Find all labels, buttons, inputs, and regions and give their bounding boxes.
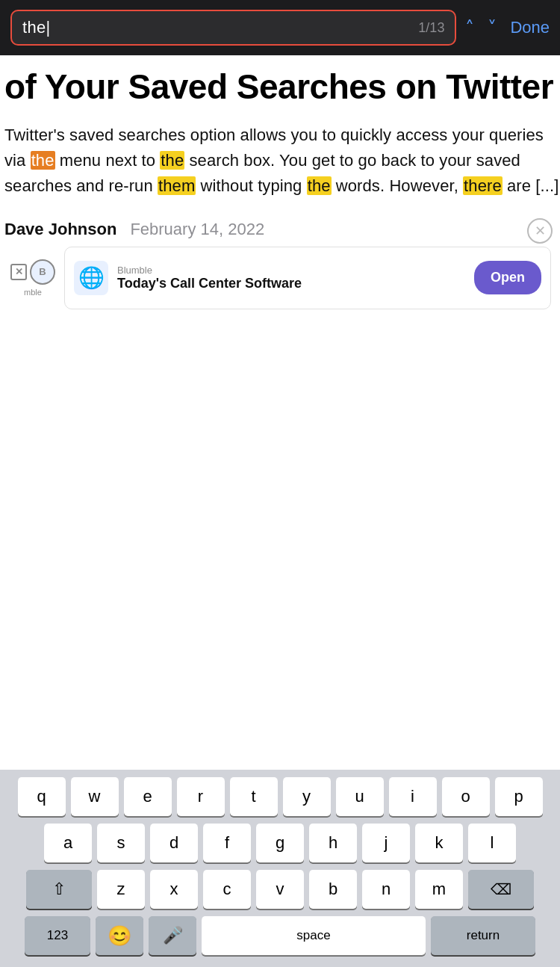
highlight-5: there — [463, 176, 503, 195]
key-y[interactable]: y — [283, 777, 331, 816]
ad-text-block: Blumble Today's Call Center Software — [117, 265, 465, 292]
ad-container: ✕ B mble 🌐 Blumble Today's Call Center S… — [4, 247, 556, 309]
key-j[interactable]: j — [362, 824, 410, 862]
keyboard: q w e r t y u i o p a s d f g h j k l ⇧ … — [0, 770, 560, 967]
return-key[interactable]: return — [431, 916, 535, 955]
author-name: Dave Johnson — [4, 220, 116, 239]
key-f[interactable]: f — [203, 824, 251, 862]
key-u[interactable]: u — [336, 777, 384, 816]
key-w[interactable]: w — [71, 777, 119, 816]
key-v[interactable]: v — [256, 870, 304, 909]
keyboard-row-4: 123 😊 🎤 space return — [3, 916, 557, 955]
ad-title: Today's Call Center Software — [117, 276, 465, 292]
key-o[interactable]: o — [442, 777, 490, 816]
search-input[interactable]: the| — [22, 18, 51, 37]
mic-key[interactable]: 🎤 — [149, 916, 196, 955]
search-counter: 1/13 — [418, 20, 444, 36]
highlight-3: them — [158, 176, 196, 195]
ad-blumble-icon: B — [30, 259, 55, 285]
ad-label: Blumble — [117, 265, 465, 276]
ad-x-icon: ✕ — [10, 264, 27, 280]
key-p[interactable]: p — [495, 777, 543, 816]
key-e[interactable]: e — [124, 777, 172, 816]
keyboard-row-2: a s d f g h j k l — [3, 824, 557, 862]
emoji-key[interactable]: 😊 — [96, 916, 143, 955]
article-area: of Your Saved Searches on Twitter Twitte… — [0, 55, 560, 209]
prev-result-button[interactable]: ˄ — [465, 17, 474, 38]
key-c[interactable]: c — [203, 870, 251, 909]
author-date: February 14, 2022 — [130, 220, 264, 239]
author-row: Dave Johnson February 14, 2022 ✕ — [0, 209, 560, 247]
keyboard-row-3: ⇧ z x c v b n m ⌫ — [3, 870, 557, 909]
key-m[interactable]: m — [415, 870, 463, 909]
key-n[interactable]: n — [362, 870, 410, 909]
key-k[interactable]: k — [415, 824, 463, 862]
article-title: of Your Saved Searches on Twitter — [4, 69, 560, 106]
search-bar: the| 1/13 ˄ ˅ Done — [0, 0, 560, 55]
ad-globe-icon: 🌐 — [74, 261, 108, 295]
key-d[interactable]: d — [150, 824, 198, 862]
key-t[interactable]: t — [230, 777, 278, 816]
highlight-1: the — [31, 151, 55, 170]
key-x[interactable]: x — [150, 870, 198, 909]
ad-mble-label: mble — [24, 288, 42, 297]
key-b[interactable]: b — [309, 870, 357, 909]
highlight-2: the — [160, 151, 184, 170]
highlight-4: the — [307, 176, 332, 195]
keyboard-row-1: q w e r t y u i o p — [3, 777, 557, 816]
article-body: Twitter's saved searches option allows y… — [4, 123, 560, 199]
numbers-key[interactable]: 123 — [25, 916, 90, 955]
key-h[interactable]: h — [309, 824, 357, 862]
key-z[interactable]: z — [97, 870, 145, 909]
next-result-button[interactable]: ˅ — [488, 17, 497, 38]
key-r[interactable]: r — [177, 777, 225, 816]
key-q[interactable]: q — [18, 777, 66, 816]
space-key[interactable]: space — [202, 916, 426, 955]
search-input-wrapper[interactable]: the| 1/13 — [10, 10, 456, 46]
shift-key[interactable]: ⇧ — [26, 870, 92, 909]
ad-open-button[interactable]: Open — [474, 261, 541, 294]
done-button[interactable]: Done — [510, 18, 550, 37]
key-i[interactable]: i — [389, 777, 437, 816]
backspace-key[interactable]: ⌫ — [468, 870, 534, 909]
ad-banner[interactable]: 🌐 Blumble Today's Call Center Software O… — [64, 247, 551, 309]
search-nav-buttons: ˄ ˅ Done — [465, 17, 550, 38]
key-s[interactable]: s — [97, 824, 145, 862]
close-button[interactable]: ✕ — [527, 218, 553, 244]
key-l[interactable]: l — [468, 824, 516, 862]
key-g[interactable]: g — [256, 824, 304, 862]
key-a[interactable]: a — [44, 824, 92, 862]
